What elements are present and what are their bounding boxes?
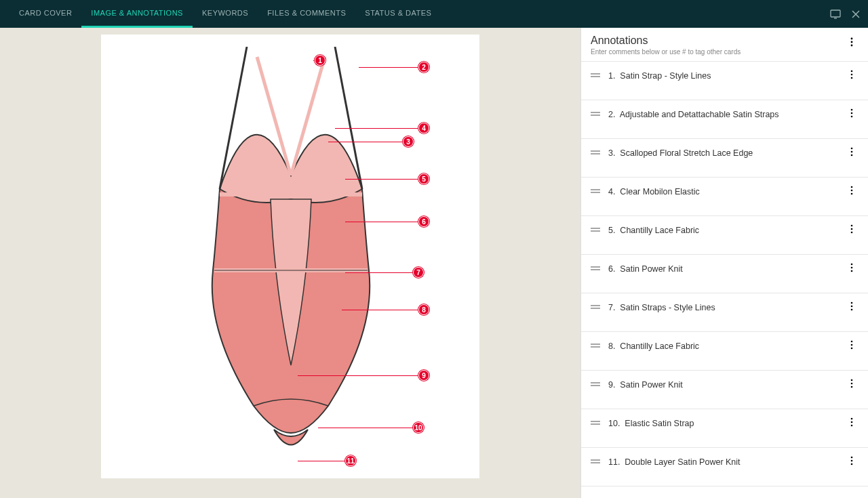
annotation-row-menu-icon[interactable] — [850, 186, 860, 195]
tab-files-comments[interactable]: FILES & COMMENTS — [258, 0, 355, 28]
annotation-marker[interactable]: 10 — [413, 422, 424, 433]
svg-point-18 — [851, 112, 853, 115]
drag-handle-icon[interactable] — [591, 111, 600, 117]
annotation-row-menu-icon[interactable] — [850, 263, 860, 272]
annotation-row[interactable]: 8. Chantilly Lace Fabric — [581, 332, 868, 371]
annotations-title: Annotations — [591, 35, 859, 47]
annotation-row[interactable]: 5. Chantilly Lace Fabric — [581, 216, 868, 255]
annotation-text[interactable]: 4. Clear Mobilon Elastic — [608, 187, 700, 196]
svg-point-27 — [851, 186, 853, 188]
svg-point-62 — [851, 457, 853, 459]
annotation-marker[interactable]: 8 — [418, 304, 429, 315]
svg-point-64 — [851, 463, 853, 465]
annotation-text[interactable]: 3. Scalloped Floral Stretch Lace Edge — [608, 148, 753, 158]
svg-point-53 — [851, 383, 853, 385]
svg-point-12 — [851, 70, 853, 72]
svg-point-34 — [851, 232, 853, 234]
svg-rect-0 — [831, 10, 840, 17]
annotation-marker[interactable]: 3 — [403, 136, 414, 147]
annotation-row-menu-icon[interactable] — [850, 147, 860, 157]
annotation-text[interactable]: 11. Double Layer Satin Power Knit — [608, 457, 741, 467]
annotation-marker[interactable]: 2 — [418, 62, 429, 72]
annotation-row[interactable]: 10. Elastic Satin Strap — [581, 409, 868, 448]
annotation-row-menu-icon[interactable] — [850, 224, 860, 234]
annotation-row-menu-icon[interactable] — [850, 340, 860, 350]
svg-point-37 — [851, 264, 853, 266]
svg-point-14 — [851, 77, 853, 79]
drag-handle-icon[interactable] — [591, 420, 600, 426]
annotation-row[interactable]: 3. Scalloped Floral Stretch Lace Edge — [581, 139, 868, 178]
drag-handle-icon[interactable] — [591, 304, 600, 310]
annotation-text[interactable]: 8. Chantilly Lace Fabric — [608, 341, 699, 351]
annotation-text[interactable]: 9. Satin Power Knit — [608, 380, 683, 390]
annotation-text[interactable]: 5. Chantilly Lace Fabric — [608, 226, 699, 235]
svg-point-54 — [851, 386, 853, 388]
annotation-row-menu-icon[interactable] — [850, 417, 860, 427]
annotation-text[interactable]: 6. Satin Power Knit — [608, 264, 683, 274]
tab-status-dates[interactable]: STATUS & DATES — [355, 0, 441, 28]
annotation-marker[interactable]: 7 — [413, 267, 424, 278]
svg-point-48 — [851, 344, 853, 346]
svg-point-7 — [851, 38, 853, 40]
annotation-row[interactable]: 4. Clear Mobilon Elastic — [581, 178, 868, 216]
svg-point-23 — [851, 151, 853, 153]
annotation-marker[interactable]: 11 — [345, 455, 356, 466]
annotation-text[interactable]: 1. Satin Strap - Style Lines — [608, 71, 711, 81]
drag-handle-icon[interactable] — [591, 227, 600, 232]
svg-point-49 — [851, 348, 853, 350]
svg-point-58 — [851, 421, 853, 423]
annotation-leader-line — [359, 67, 418, 68]
svg-point-57 — [851, 418, 853, 420]
drag-handle-icon[interactable] — [591, 343, 600, 348]
annotation-marker[interactable]: 9 — [418, 370, 429, 381]
annotation-row-menu-icon[interactable] — [850, 456, 860, 465]
svg-point-39 — [851, 270, 853, 272]
tab-image-annotations[interactable]: IMAGE & ANNOTATIONS — [81, 0, 193, 28]
drag-handle-icon[interactable] — [591, 459, 600, 464]
svg-point-8 — [851, 41, 853, 43]
svg-point-32 — [851, 225, 853, 227]
annotation-leader-line — [318, 428, 413, 428]
top-tabs-bar: CARD COVER IMAGE & ANNOTATIONS KEYWORDS … — [0, 0, 868, 28]
drag-handle-icon[interactable] — [591, 188, 600, 194]
tab-keywords[interactable]: KEYWORDS — [193, 0, 258, 28]
annotation-text[interactable]: 2. Adjustable and Detattachable Satin St… — [608, 110, 779, 119]
svg-point-43 — [851, 306, 853, 308]
annotation-row[interactable]: 9. Satin Power Knit — [581, 371, 868, 409]
product-sketch — [179, 47, 403, 467]
annotation-row-menu-icon[interactable] — [850, 302, 860, 311]
annotation-row[interactable]: 6. Satin Power Knit — [581, 255, 868, 293]
svg-point-9 — [851, 45, 853, 47]
close-icon[interactable] — [852, 10, 860, 18]
annotations-panel-menu-icon[interactable] — [850, 37, 860, 47]
annotation-row-menu-icon[interactable] — [850, 108, 860, 118]
topbar-right-controls — [830, 0, 860, 28]
annotation-row[interactable]: 7. Satin Straps - Style Lines — [581, 293, 868, 332]
drag-handle-icon[interactable] — [591, 72, 600, 78]
svg-point-19 — [851, 116, 853, 118]
annotation-marker[interactable]: 1 — [315, 55, 326, 66]
annotation-row[interactable]: 1. Satin Strap - Style Lines — [581, 62, 868, 100]
drag-handle-icon[interactable] — [591, 150, 600, 155]
annotation-row[interactable]: 2. Adjustable and Detattachable Satin St… — [581, 100, 868, 139]
annotation-leader-line — [345, 272, 413, 273]
presentation-mode-icon[interactable] — [830, 9, 841, 19]
drag-handle-icon[interactable] — [591, 381, 600, 387]
annotation-text[interactable]: 7. Satin Straps - Style Lines — [608, 303, 715, 312]
annotation-row[interactable]: 11. Double Layer Satin Power Knit — [581, 448, 868, 486]
annotation-row-menu-icon[interactable] — [850, 70, 860, 79]
annotations-panel-header: Annotations Enter comments below or use … — [581, 28, 868, 62]
annotation-leader-line — [345, 179, 418, 180]
tab-card-cover[interactable]: CARD COVER — [9, 0, 81, 28]
svg-point-33 — [851, 228, 853, 230]
svg-point-47 — [851, 341, 853, 343]
annotation-marker[interactable]: 6 — [418, 216, 429, 227]
annotation-marker[interactable]: 5 — [418, 173, 429, 184]
annotation-leader-line — [328, 142, 403, 142]
drag-handle-icon[interactable] — [591, 266, 600, 271]
annotation-text[interactable]: 10. Elastic Satin Strap — [608, 419, 694, 428]
annotation-row-menu-icon[interactable] — [850, 379, 860, 388]
annotation-marker[interactable]: 4 — [418, 123, 429, 133]
image-canvas[interactable]: 1234567891011 — [101, 35, 479, 478]
annotation-leader-line — [342, 310, 418, 310]
